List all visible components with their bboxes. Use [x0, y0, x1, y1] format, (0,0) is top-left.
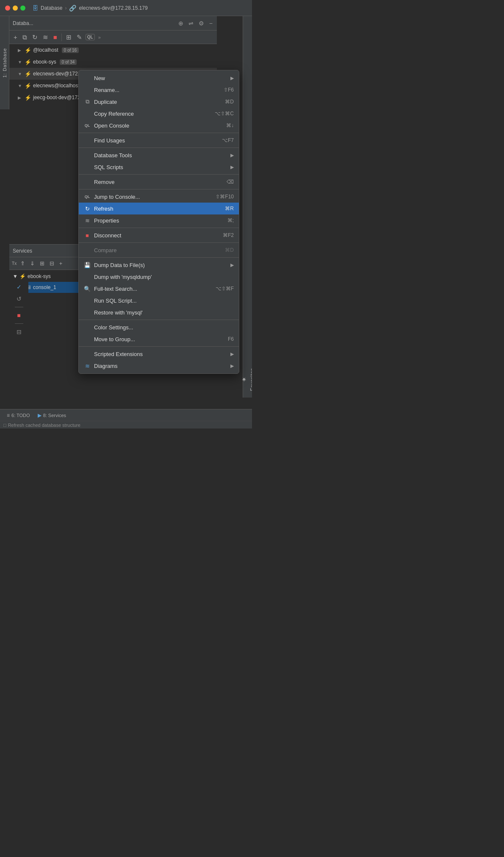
- edit-button[interactable]: ✎: [75, 33, 84, 42]
- actions-divider: [15, 307, 23, 307]
- status-text: Refresh cached database structure: [8, 423, 80, 428]
- filter-button[interactable]: ⇌: [188, 19, 194, 28]
- db-panel-title: Databa...: [13, 20, 33, 26]
- cm-refresh-icon: ↻: [84, 206, 91, 212]
- tx-label: Tx: [12, 261, 17, 266]
- tree-arrow-localhost: ▶: [18, 48, 23, 53]
- srv-icon-ebook: ⚡: [19, 273, 26, 279]
- actions-divider-2: [15, 323, 23, 324]
- tree-item-ebook-sys[interactable]: ▼ ⚡ ebook-sys 0 of 34: [9, 56, 217, 68]
- table-button[interactable]: ⊞: [64, 33, 73, 42]
- cm-sep-9: [79, 346, 239, 347]
- cm-run-sql[interactable]: Run SQL Script...: [79, 295, 239, 306]
- bottom-tabs: ≡ 6: TODO ▶ 8: Services: [0, 409, 252, 421]
- cm-remove[interactable]: Remove ⌫: [79, 176, 239, 188]
- cm-diagrams[interactable]: ≋ Diagrams ▶: [79, 360, 239, 372]
- properties-button[interactable]: ≋: [41, 33, 50, 42]
- cm-properties-icon: ≋: [84, 217, 91, 224]
- stop-button[interactable]: ■: [52, 33, 59, 42]
- cm-sep-1: [79, 133, 239, 133]
- cm-sep-6: [79, 242, 239, 243]
- console-button[interactable]: QL: [86, 34, 95, 40]
- cm-db-tools[interactable]: Database Tools ▶: [79, 149, 239, 161]
- cm-open-console-icon: QL: [84, 123, 91, 128]
- favorites-label: Favorites: [249, 368, 252, 391]
- more-button[interactable]: »: [97, 34, 102, 41]
- undo-button[interactable]: ↺: [15, 294, 23, 303]
- cm-sep-5: [79, 228, 239, 228]
- connection-icon-localhost: ⚡: [25, 47, 31, 53]
- add-connection-button[interactable]: ⊕: [177, 19, 184, 28]
- connection-icon-ebook-sys: ⚡: [25, 59, 31, 65]
- services-actions: ✓ ↺ ■ ⊟: [9, 280, 28, 337]
- cm-fulltext-search[interactable]: 🔍 Full-text Search... ⌥⇧⌘F: [79, 283, 239, 295]
- tree-arrow-elecnews-dev: ▼: [18, 72, 23, 76]
- srv-btn-1[interactable]: ⇑: [19, 259, 27, 267]
- tree-arrow-jeecg-boot: ▶: [18, 95, 23, 100]
- layout-button[interactable]: ⊟: [15, 327, 23, 337]
- add-button[interactable]: +: [12, 33, 19, 42]
- srv-label-ebook: ebook-sys: [28, 273, 51, 279]
- minimize-button[interactable]: [13, 6, 18, 11]
- srv-btn-add[interactable]: +: [58, 259, 64, 267]
- db-toolbar: + ⧉ ↻ ≋ ■ ⊞ ✎ QL »: [9, 31, 217, 44]
- cm-disconnect-icon: ■: [84, 232, 91, 239]
- context-menu: New ▶ Rename... ⇧F6 ⧉ Duplicate ⌘D Copy …: [78, 70, 239, 374]
- check-button[interactable]: ✓: [15, 282, 23, 292]
- close-button[interactable]: [5, 6, 10, 11]
- tree-item-localhost[interactable]: ▶ ⚡ @localhost 0 of 16: [9, 44, 217, 56]
- maximize-button[interactable]: [20, 6, 25, 11]
- srv-btn-4[interactable]: ⊟: [48, 259, 56, 267]
- tree-badge-localhost: 0 of 16: [62, 47, 79, 53]
- star-icon: ★: [241, 376, 247, 383]
- cm-properties[interactable]: ≋ Properties ⌘;: [79, 214, 239, 226]
- cm-find-usages[interactable]: Find Usages ⌥F7: [79, 134, 239, 146]
- db-header-icons: ⊕ ⇌ ⚙ −: [177, 19, 213, 28]
- tree-arrow-ebook-sys: ▼: [18, 60, 23, 64]
- cm-open-console[interactable]: QL Open Console ⌘↓: [79, 120, 239, 131]
- cm-sep-7: [79, 257, 239, 258]
- traffic-lights: [5, 6, 25, 11]
- cm-rename[interactable]: Rename... ⇧F6: [79, 84, 239, 96]
- srv-btn-3[interactable]: ⊞: [38, 259, 46, 267]
- cm-refresh[interactable]: ↻ Refresh ⌘R: [79, 203, 239, 214]
- cm-restore-mysql[interactable]: Restore with 'mysql': [79, 306, 239, 318]
- tree-badge-ebook-sys: 0 of 34: [60, 59, 77, 65]
- cm-disconnect[interactable]: ■ Disconnect ⌘F2: [79, 229, 239, 241]
- connection-icon-elecnews-dev: ⚡: [25, 71, 31, 77]
- cm-move-group[interactable]: Move to Group... F6: [79, 333, 239, 345]
- cm-dump-mysqldump[interactable]: Dump with 'mysqldump': [79, 271, 239, 283]
- breadcrumb: 🗄 Database › 🔗 elecnews-dev@172.28.15.17…: [32, 5, 148, 11]
- status-icon: □: [3, 423, 6, 428]
- cm-color-settings[interactable]: Color Settings...: [79, 321, 239, 333]
- cm-dump-data[interactable]: 💾 Dump Data to File(s) ▶: [79, 259, 239, 271]
- cm-jump-console[interactable]: QL Jump to Console... ⇧⌘F10: [79, 191, 239, 203]
- tab-todo[interactable]: ≡ 6: TODO: [3, 410, 33, 420]
- cm-duplicate[interactable]: ⧉ Duplicate ⌘D: [79, 96, 239, 108]
- breadcrumb-db: Database: [41, 5, 62, 11]
- settings-button[interactable]: ⚙: [198, 19, 205, 28]
- tree-label-elecnews-localhost: elecnews@localhost: [33, 83, 80, 89]
- status-bar: □ Refresh cached database structure: [0, 421, 252, 428]
- cm-sep-8: [79, 320, 239, 320]
- services-title: Services: [13, 248, 32, 254]
- bottom-bar: ≡ 6: TODO ▶ 8: Services □ Refresh cached…: [0, 409, 252, 428]
- copy-button[interactable]: ⧉: [21, 33, 29, 42]
- srv-btn-2[interactable]: ⇓: [28, 259, 36, 267]
- cm-dump-data-icon: 💾: [84, 262, 91, 268]
- cm-copy-reference[interactable]: Copy Reference ⌥⇧⌘C: [79, 108, 239, 120]
- cm-sql-scripts[interactable]: SQL Scripts ▶: [79, 161, 239, 173]
- refresh-button[interactable]: ↻: [30, 33, 39, 42]
- cm-scripted-extensions[interactable]: Scripted Extensions ▶: [79, 348, 239, 360]
- cm-jump-console-icon: QL: [84, 195, 91, 199]
- connection-icon-elecnews-localhost: ⚡: [25, 83, 31, 89]
- minimize-panel-button[interactable]: −: [208, 19, 213, 28]
- srv-label-console: console_1: [33, 284, 56, 290]
- breadcrumb-chevron: ›: [65, 5, 66, 11]
- stop-services-button[interactable]: ■: [16, 311, 22, 320]
- breadcrumb-conn: elecnews-dev@172.28.15.179: [79, 5, 147, 11]
- tab-services[interactable]: ▶ 8: Services: [34, 410, 69, 420]
- cm-new[interactable]: New ▶: [79, 72, 239, 84]
- services-tab-icon: ▶: [38, 412, 42, 418]
- cm-diagrams-icon: ≋: [84, 363, 91, 369]
